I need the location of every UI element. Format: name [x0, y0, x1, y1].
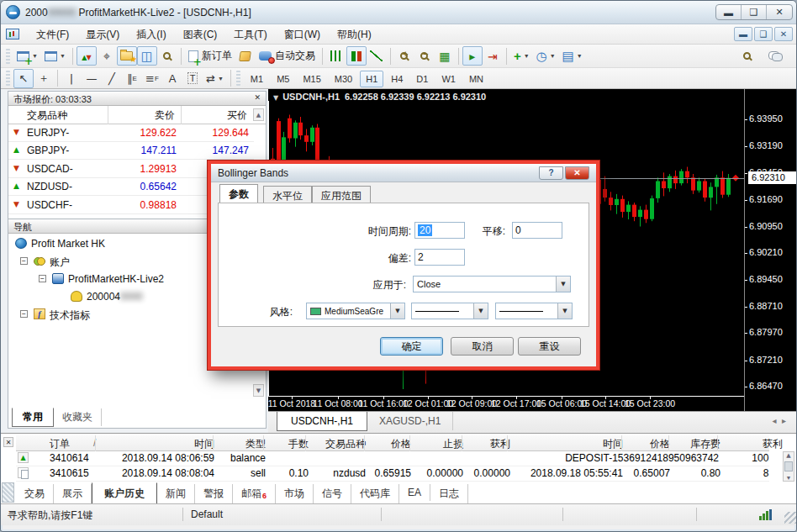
mdi-close-button[interactable]: ✕	[774, 27, 793, 41]
zoom-in-button[interactable]: +	[394, 46, 414, 66]
menu-item-5[interactable]: 窗口(W)	[276, 26, 329, 43]
scroll-up-icon[interactable]: ▲	[253, 108, 264, 121]
dialog-tab-levels[interactable]: 水平位	[263, 186, 312, 203]
market-watch-header[interactable]: 交易品种 卖价 买价	[8, 106, 266, 124]
fibonacci-tool-button[interactable]: ≡F	[142, 69, 162, 88]
templates-button[interactable]: ▤▼	[559, 46, 586, 66]
tile-windows-button[interactable]: ▦	[435, 46, 455, 66]
terminal-tab-账户历史[interactable]: 账户历史	[92, 482, 157, 505]
channel-tool-button[interactable]: ∥E	[122, 69, 142, 88]
menu-item-1[interactable]: 显示(V)	[77, 26, 128, 43]
close-icon[interactable]: ✕	[254, 93, 261, 103]
cursor-tool-button[interactable]: ↖	[13, 69, 34, 88]
dialog-help-button[interactable]: ?	[539, 166, 563, 180]
terminal-tab-日志[interactable]: 日志	[430, 484, 468, 503]
chevron-down-icon[interactable]: ▼	[273, 94, 278, 102]
tree-collapse-icon[interactable]: −	[20, 257, 28, 265]
terminal-column-price[interactable]: 价格	[369, 437, 411, 451]
timeframe-m30[interactable]: M30	[329, 71, 358, 87]
restore-button[interactable]: ❑	[742, 5, 767, 19]
timeframe-mn[interactable]: MN	[463, 71, 489, 87]
terminal-tab-警报[interactable]: 警报	[195, 484, 233, 503]
terminal-tab-新闻[interactable]: 新闻	[157, 484, 195, 503]
chart-tab-1[interactable]: XAGUSD-,H1	[367, 412, 453, 430]
terminal-scrollbar[interactable]: ▲▼	[783, 451, 794, 482]
metaeditor-button[interactable]	[235, 46, 256, 66]
style-color-select[interactable]: MediumSeaGre▼	[306, 303, 405, 319]
tab-common[interactable]: 常用	[12, 408, 54, 427]
market-row-gbpjpy[interactable]: ▲GBPJPY-147.211147.247	[8, 142, 254, 160]
title-bar[interactable]: 200000000 ProfitMarketHK-Live2 - [USDCNH…	[1, 1, 797, 24]
label-tool-button[interactable]: T	[182, 69, 203, 88]
terminal-tab-信号[interactable]: 信号	[314, 484, 351, 503]
deviation-input[interactable]: 2	[414, 249, 465, 266]
tree-collapse-icon[interactable]: −	[20, 310, 28, 318]
terminal-column-sl[interactable]: 止损	[414, 437, 463, 451]
terminal-column-profit2[interactable]: 获利	[722, 437, 783, 451]
dialog-tab-parameters[interactable]: 参数	[219, 184, 258, 203]
profiles-button[interactable]: ▼	[41, 46, 69, 66]
bar-chart-button[interactable]	[326, 46, 346, 66]
period-input[interactable]: 20	[414, 222, 465, 239]
mdi-restore-button[interactable]: ❑	[754, 27, 773, 41]
scroll-down-icon[interactable]: ▼	[253, 384, 264, 397]
market-row-eurjpy[interactable]: ▼EURJPY-129.622129.644	[8, 124, 254, 142]
cancel-button[interactable]: 取消	[451, 337, 514, 356]
toolbar-grip[interactable]	[6, 49, 10, 64]
close-button[interactable]: ✕	[767, 5, 792, 19]
chart-shift-button[interactable]: ▸	[462, 46, 483, 66]
timeframe-h4[interactable]: H4	[385, 71, 409, 87]
terminal-column-lots[interactable]: 手数	[268, 437, 309, 451]
dialog-close-button[interactable]: ✕	[565, 166, 589, 180]
toolbar-grip[interactable]	[236, 71, 240, 86]
terminal-drag-handle[interactable]	[2, 482, 14, 503]
terminal-column-time1[interactable]: 时间	[100, 437, 214, 451]
terminal-table-header[interactable]: 订单 /时间类型手数交易品种价格止损获利时间价格库存费获利	[16, 435, 769, 451]
terminal-tab-EA[interactable]: EA	[399, 484, 430, 501]
timeframe-m5[interactable]: M5	[271, 71, 295, 87]
chevron-down-icon[interactable]: ▼	[557, 303, 572, 319]
horizontal-line-tool-button[interactable]: —	[82, 69, 102, 88]
chevron-down-icon[interactable]: ▼	[390, 303, 404, 319]
auto-scroll-button[interactable]: ⇥	[483, 46, 503, 66]
new-chart-button[interactable]: +▼	[13, 46, 41, 66]
terminal-close-icon[interactable]: ✕	[3, 437, 13, 447]
data-window-button[interactable]: ⌖	[97, 46, 117, 66]
vertical-line-tool-button[interactable]: |	[61, 69, 82, 88]
timeframe-m15[interactable]: M15	[297, 71, 326, 87]
terminal-column-price2[interactable]: 价格	[626, 437, 670, 451]
shift-input[interactable]: 0	[512, 222, 562, 239]
indicators-button[interactable]: +▼	[510, 46, 533, 66]
terminal-tab-代码库[interactable]: 代码库	[351, 484, 399, 503]
dialog-title-bar[interactable]: Bollinger Bands ? ✕	[211, 164, 596, 182]
menu-item-4[interactable]: 工具(T)	[225, 26, 275, 43]
dialog-tab-visualization[interactable]: 应用范围	[312, 186, 371, 203]
crosshair-tool-button[interactable]: ＋	[34, 69, 54, 88]
price-axis-separator[interactable]	[744, 89, 745, 411]
strategy-tester-button[interactable]	[157, 46, 177, 66]
new-order-button[interactable]: +新订单	[185, 46, 235, 66]
text-tool-button[interactable]: A	[162, 69, 182, 88]
status-profile[interactable]: Default	[191, 508, 223, 520]
terminal-tab-交易[interactable]: 交易	[16, 484, 54, 503]
line-chart-button[interactable]	[367, 46, 387, 66]
periods-button[interactable]: ◷▼	[533, 46, 559, 66]
arrows-tool-button[interactable]: ⇄▼	[203, 69, 227, 88]
autotrading-button[interactable]: 自动交易	[256, 46, 319, 66]
ok-button[interactable]: 确定	[380, 337, 443, 356]
candlestick-chart-button[interactable]	[346, 46, 367, 66]
terminal-column-time2[interactable]: 时间	[512, 437, 623, 451]
terminal-tab-展示[interactable]: 展示	[54, 484, 92, 503]
menu-item-0[interactable]: 文件(F)	[28, 26, 77, 43]
timeframe-m1[interactable]: M1	[245, 71, 269, 87]
timeframe-d1[interactable]: D1	[410, 71, 434, 87]
terminal-column-symbol[interactable]: 交易品种	[310, 437, 366, 451]
line-style-select-1[interactable]: ▼	[411, 303, 488, 319]
terminal-row-1[interactable]: 34106152018.09.14 08:08:04sell0.10nzdusd…	[16, 466, 769, 482]
timeframe-h1[interactable]: H1	[360, 71, 383, 87]
apply-to-select[interactable]: Close▼	[413, 276, 571, 292]
terminal-tab-市场[interactable]: 市场	[276, 484, 314, 503]
resize-grip[interactable]	[784, 512, 796, 524]
mdi-minimize-button[interactable]: ▬	[734, 27, 752, 41]
terminal-row-0[interactable]: 34106142018.09.14 08:06:59balance100.00D…	[16, 451, 769, 466]
